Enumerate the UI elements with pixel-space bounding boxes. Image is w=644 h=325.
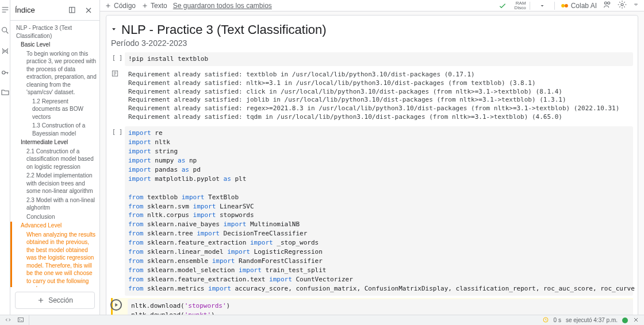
code-cell-focused[interactable]: nltk.download('stopwords') nltk.download…: [111, 298, 633, 315]
code-cell[interactable]: [ ] import re import nltk import string …: [111, 126, 633, 296]
cell-prompt: [ ]: [112, 129, 122, 135]
disc-label: Disco: [515, 6, 526, 10]
page-title: NLP - Practice 3 (Text Classification): [121, 22, 327, 37]
page-subtitle: Período 3-2022-2023: [111, 38, 633, 48]
toc-title: Índice: [15, 6, 63, 14]
save-status[interactable]: Se guardaron todos los cambios: [173, 2, 272, 10]
toc-2-1[interactable]: 2.1 Construction of a classification mod…: [13, 148, 97, 171]
svg-point-6: [608, 2, 610, 4]
toc-adv-desc[interactable]: When analyzing the results obtained in t…: [13, 231, 97, 288]
toc-advanced[interactable]: Advanced Level: [13, 222, 97, 230]
toolbar: Código Texto Se guardaron todos los camb…: [100, 0, 644, 11]
toc-pane: Índice NLP - Practice 3 (Text Classifica…: [10, 0, 100, 315]
svg-point-1: [2, 71, 5, 74]
terminal-icon[interactable]: [17, 316, 24, 324]
variables-icon[interactable]: [0, 45, 12, 57]
exec-when: se ejecutó 4:37 p.m.: [566, 317, 618, 323]
svg-point-4: [565, 4, 568, 7]
status-bar: 0 s se ejecutó 4:37 p.m.: [0, 315, 644, 325]
toc-icon[interactable]: [0, 3, 12, 16]
separator: [554, 2, 555, 10]
runtime-menu-button[interactable]: [536, 0, 549, 12]
code-content[interactable]: import re import nltk import string impo…: [125, 126, 633, 296]
close-icon[interactable]: [82, 4, 95, 17]
code-content[interactable]: nltk.download('stopwords') nltk.download…: [128, 299, 633, 315]
svg-point-3: [561, 4, 565, 7]
toc-2-3[interactable]: 2.3 Model with a non-lineal alghoritm: [13, 196, 97, 212]
svg-point-7: [621, 3, 623, 6]
exec-time-icon: [542, 316, 549, 324]
pop-out-icon[interactable]: [66, 4, 79, 17]
add-text-label: Texto: [151, 2, 167, 10]
collapse-icon[interactable]: [111, 24, 118, 34]
toc-2-2[interactable]: 2.2 Model implementation with decision t…: [13, 172, 97, 195]
overflow-menu-button[interactable]: [632, 1, 639, 10]
status-close-icon[interactable]: [632, 316, 639, 324]
gear-icon[interactable]: [618, 0, 627, 11]
toc-1-2[interactable]: 1.2 Represent documents as BOW vectors: [13, 98, 97, 121]
add-code-button[interactable]: Código: [105, 2, 136, 10]
toc-basic[interactable]: Basic Level: [13, 41, 97, 49]
toc-root[interactable]: NLP - Practice 3 (Text Classification): [13, 24, 97, 40]
add-text-button[interactable]: Texto: [141, 2, 167, 10]
add-section-button[interactable]: Sección: [15, 292, 95, 309]
output-toggle-icon[interactable]: [111, 69, 119, 80]
resource-indicator[interactable]: RAM Disco: [515, 1, 526, 10]
exec-time: 0 s: [554, 317, 561, 323]
code-cell[interactable]: [ ] !pip install textblob: [111, 52, 633, 66]
colab-ai-label: Colab AI: [571, 2, 597, 10]
colab-ai-button[interactable]: Colab AI: [561, 2, 597, 10]
activity-rail: [0, 0, 10, 325]
share-icon[interactable]: [603, 0, 612, 11]
add-section-label: Sección: [48, 296, 73, 304]
svg-rect-10: [18, 318, 24, 322]
cell-prompt: [ ]: [112, 55, 122, 61]
toc-basic-desc[interactable]: To begin working on this practice 3, we …: [13, 50, 97, 96]
files-icon[interactable]: [0, 86, 12, 99]
code-content[interactable]: !pip install textblob: [125, 52, 633, 66]
search-icon[interactable]: [0, 24, 12, 37]
check-icon: [496, 0, 509, 12]
secrets-icon[interactable]: [0, 65, 12, 78]
svg-point-0: [2, 28, 6, 32]
output-text: Requirement already satisfied: textblob …: [125, 68, 633, 124]
toc-conclusion[interactable]: Conclusion: [13, 213, 97, 221]
toc-1-3[interactable]: 1.3 Construction of a Bayessian model: [13, 122, 97, 137]
notebook[interactable]: NLP - Practice 3 (Text Classification) P…: [100, 11, 644, 315]
separator: [530, 2, 530, 10]
status-ok-icon: [622, 318, 628, 323]
svg-rect-2: [70, 7, 75, 12]
add-code-label: Código: [114, 2, 136, 10]
toc-intermediate[interactable]: Intermediate Level: [13, 138, 97, 146]
run-button[interactable]: [110, 299, 122, 311]
cell-output: Requirement already satisfied: textblob …: [111, 68, 633, 124]
svg-point-5: [604, 2, 607, 4]
toc-tree[interactable]: NLP - Practice 3 (Text Classification) B…: [10, 21, 99, 287]
code-toggle-icon[interactable]: [5, 316, 12, 324]
